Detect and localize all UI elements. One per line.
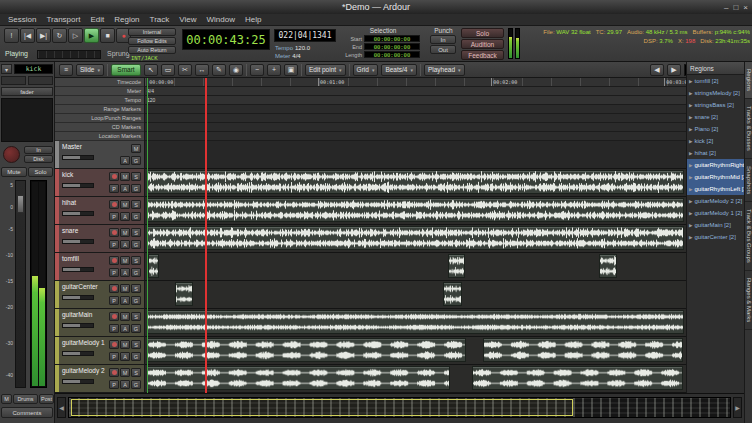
audio-region[interactable] xyxy=(148,254,159,278)
record-arm-button[interactable] xyxy=(109,200,119,209)
range-tool-button[interactable]: ▭ xyxy=(161,64,175,76)
playlist-button[interactable]: P xyxy=(109,296,119,305)
ruler-label[interactable]: CD Markers xyxy=(55,123,144,132)
track-lane[interactable] xyxy=(145,309,686,337)
nudge-forward-button[interactable]: ▶ xyxy=(667,64,681,76)
expander-icon[interactable]: ▶ xyxy=(689,127,692,132)
audio-region[interactable] xyxy=(599,254,616,278)
meter-display[interactable]: Meter4/4 xyxy=(275,53,301,59)
mute-button[interactable]: M xyxy=(120,228,130,237)
sync-source-button[interactable]: Internal xyxy=(128,28,176,36)
group-button[interactable]: G xyxy=(131,380,141,389)
play-selection-button[interactable]: ▷ xyxy=(68,28,83,43)
comments-button[interactable]: Comments xyxy=(1,407,53,418)
track-header[interactable]: snare M S P A G xyxy=(55,225,144,253)
tempo-display[interactable]: Tempo120.0 xyxy=(275,45,310,51)
record-arm-button[interactable] xyxy=(3,146,20,163)
solo-button[interactable]: Solo xyxy=(461,28,504,38)
record-arm-button[interactable] xyxy=(109,228,119,237)
regions-panel-header[interactable]: Regions xyxy=(687,62,744,75)
playhead[interactable] xyxy=(205,78,207,393)
summary-overview[interactable] xyxy=(68,397,731,418)
track-gain-fader[interactable] xyxy=(62,155,94,160)
track-header[interactable]: tomfill M S P A G xyxy=(55,253,144,281)
tab-tracks-busses[interactable]: Tracks & Busses xyxy=(745,99,752,159)
group-button[interactable]: G xyxy=(131,296,141,305)
record-arm-button[interactable] xyxy=(109,340,119,349)
track-lane[interactable] xyxy=(145,365,686,393)
meter-point-button[interactable]: Post xyxy=(39,394,54,404)
expander-icon[interactable]: ▶ xyxy=(689,91,692,96)
expander-icon[interactable]: ▶ xyxy=(689,211,692,216)
zoom-out-button[interactable]: − xyxy=(250,64,264,76)
track-header[interactable]: kick M S P A G xyxy=(55,169,144,197)
audio-region[interactable] xyxy=(175,282,193,306)
menu-transport[interactable]: Transport xyxy=(41,15,85,24)
timecode-ruler[interactable]: 00:00:0000:01:0000:02:0000:03:00 xyxy=(145,78,686,87)
location-markers-ruler[interactable] xyxy=(145,132,686,141)
menu-session[interactable]: Session xyxy=(3,15,41,24)
track-name[interactable]: guitarMelody 2 xyxy=(62,367,105,374)
playlist-button[interactable]: P xyxy=(109,184,119,193)
playlist-button[interactable]: P xyxy=(109,240,119,249)
region-list-item[interactable]: ▶guitarCenter [2] xyxy=(687,231,744,243)
track-header[interactable]: Master M A G xyxy=(55,141,144,169)
punch-out-button[interactable]: Out xyxy=(430,45,456,54)
edit-point-combo[interactable]: Edit point ▾ xyxy=(305,64,346,76)
automation-button[interactable]: A xyxy=(120,352,130,361)
strip-menu-button[interactable]: ▾ xyxy=(1,64,12,74)
monitor-disk-button[interactable]: Disk xyxy=(24,155,53,163)
grid-mode-combo[interactable]: Grid ▾ xyxy=(353,64,379,76)
secondary-clock[interactable]: 022|04|1341 xyxy=(274,29,336,42)
tab-track-bus-groups[interactable]: Track & Bus Groups xyxy=(745,202,752,271)
playlist-button[interactable]: P xyxy=(109,212,119,221)
auto-return-button[interactable]: Auto Return xyxy=(128,46,176,54)
track-lane[interactable] xyxy=(145,141,686,169)
region-list-item[interactable]: ▶guitarRhythmMid [2] xyxy=(687,171,744,183)
fader-mode-button[interactable]: fader xyxy=(1,87,53,96)
track-lane[interactable] xyxy=(145,225,686,253)
record-arm-button[interactable] xyxy=(109,172,119,181)
smart-mode-button[interactable]: Smart xyxy=(111,64,141,76)
region-list-item[interactable]: ▶Piano [2] xyxy=(687,123,744,135)
shuttle-control[interactable] xyxy=(37,50,101,59)
track-name[interactable]: hihat xyxy=(62,199,76,206)
track-name[interactable]: guitarCenter xyxy=(62,283,98,290)
menu-help[interactable]: Help xyxy=(240,15,266,24)
automation-button[interactable]: A xyxy=(120,156,130,165)
automation-button[interactable]: A xyxy=(120,324,130,333)
grid-unit-combo[interactable]: Beats/4 ▾ xyxy=(381,64,417,76)
track-header[interactable]: guitarMelody 2 M S P A G xyxy=(55,365,144,393)
expander-icon[interactable]: ▶ xyxy=(689,223,692,228)
menu-track[interactable]: Track xyxy=(145,15,175,24)
track-lane[interactable] xyxy=(145,169,686,197)
audio-region[interactable] xyxy=(448,254,465,278)
automation-button[interactable]: A xyxy=(120,296,130,305)
automation-button[interactable]: A xyxy=(120,268,130,277)
ruler-label[interactable]: Meter xyxy=(55,87,144,96)
track-name[interactable]: kick xyxy=(62,171,73,178)
ruler-label[interactable]: Range Markers xyxy=(55,105,144,114)
track-header[interactable]: hihat M S P A G xyxy=(55,197,144,225)
stop-button[interactable]: ■ xyxy=(100,28,115,43)
audio-region[interactable] xyxy=(147,170,684,194)
expander-icon[interactable]: ▶ xyxy=(689,187,692,192)
editor-mixer-toggle-button[interactable]: ≡ xyxy=(59,64,73,76)
summary-scroll-left-button[interactable]: ◀ xyxy=(57,397,66,418)
region-list-item[interactable]: ▶guitarMain [2] xyxy=(687,219,744,231)
expander-icon[interactable]: ▶ xyxy=(689,79,692,84)
mute-button[interactable]: M xyxy=(131,144,141,153)
feedback-button[interactable]: Feedback xyxy=(461,50,504,60)
record-arm-button[interactable] xyxy=(109,256,119,265)
playlist-button[interactable]: P xyxy=(109,268,119,277)
cut-tool-button[interactable]: ✂ xyxy=(178,64,192,76)
track-header[interactable]: guitarMelody 1 M S P A G xyxy=(55,337,144,365)
shuttle-mode-label[interactable]: Sprung xyxy=(107,50,130,57)
stretch-tool-button[interactable]: ↔ xyxy=(195,64,209,76)
solo-button[interactable]: S xyxy=(131,368,141,377)
region-list-item[interactable]: ▶kick [2] xyxy=(687,135,744,147)
track-header[interactable]: guitarCenter M S P A G xyxy=(55,281,144,309)
group-button[interactable]: Drums xyxy=(13,394,38,404)
selection-length-clock[interactable]: 00:00:00:00 xyxy=(364,51,420,58)
zoom-in-button[interactable]: + xyxy=(267,64,281,76)
